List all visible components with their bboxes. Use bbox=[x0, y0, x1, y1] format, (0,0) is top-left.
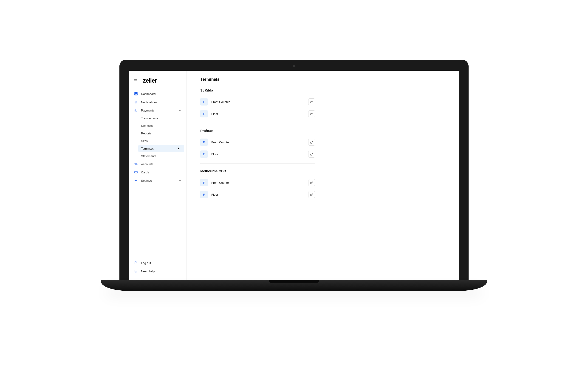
sidebar-item-payments[interactable]: Payments bbox=[131, 106, 184, 115]
terminal-badge: F bbox=[200, 110, 208, 117]
terminal-action-button[interactable] bbox=[308, 98, 315, 105]
bell-icon bbox=[134, 100, 138, 104]
terminal-section: St Kilda F Front Counter F Floor bbox=[200, 88, 315, 123]
terminal-badge: F bbox=[200, 191, 208, 198]
sidebar-item-settings[interactable]: Settings bbox=[131, 176, 184, 185]
app-window: zeller Dashboard Notifications bbox=[129, 71, 459, 280]
svg-rect-3 bbox=[136, 94, 137, 95]
chart-icon bbox=[134, 108, 138, 112]
chevron-down-icon bbox=[179, 180, 181, 181]
sidebar-item-label: Cards bbox=[141, 171, 149, 174]
share-icon bbox=[310, 112, 313, 115]
svg-rect-19 bbox=[311, 142, 312, 143]
terminal-badge: F bbox=[200, 150, 208, 158]
terminal-name: Front Counter bbox=[211, 141, 304, 144]
terminal-badge: F bbox=[200, 139, 208, 146]
share-icon bbox=[310, 193, 313, 196]
terminal-row[interactable]: F Front Counter bbox=[200, 136, 315, 148]
nav-main: Dashboard Notifications Payments bbox=[129, 90, 186, 259]
svg-point-30 bbox=[313, 182, 313, 183]
terminal-name: Floor bbox=[211, 112, 304, 116]
sidebar-item-label: Accounts bbox=[141, 162, 153, 166]
terminal-badge: F bbox=[200, 98, 208, 106]
svg-point-22 bbox=[313, 142, 313, 142]
cursor-icon bbox=[178, 147, 180, 150]
svg-point-18 bbox=[313, 113, 313, 114]
terminal-name: Front Counter bbox=[211, 100, 304, 104]
page-title: Terminals bbox=[200, 77, 445, 82]
subnav-deposits[interactable]: Deposits bbox=[138, 122, 184, 130]
subnav-transactions[interactable]: Transactions bbox=[138, 115, 184, 122]
svg-rect-11 bbox=[311, 102, 312, 103]
terminal-section: Prahran F Front Counter F Floor bbox=[200, 129, 315, 164]
terminal-row[interactable]: F Floor bbox=[200, 108, 315, 120]
help-icon bbox=[134, 269, 138, 273]
chevron-up-icon bbox=[179, 110, 181, 111]
terminal-name: Front Counter bbox=[211, 181, 304, 184]
dashboard-icon bbox=[134, 92, 138, 96]
laptop-base bbox=[101, 280, 487, 291]
svg-rect-1 bbox=[136, 92, 137, 94]
svg-point-26 bbox=[313, 154, 313, 154]
svg-rect-0 bbox=[135, 92, 136, 94]
terminal-action-button[interactable] bbox=[308, 151, 315, 158]
sidebar-item-label: Dashboard bbox=[141, 92, 156, 96]
sidebar-item-help[interactable]: Need help bbox=[131, 267, 184, 275]
terminal-action-button[interactable] bbox=[308, 191, 315, 198]
svg-rect-23 bbox=[311, 154, 312, 155]
logout-icon bbox=[134, 261, 138, 265]
laptop-mockup: zeller Dashboard Notifications bbox=[101, 60, 487, 307]
svg-rect-27 bbox=[311, 182, 312, 184]
svg-rect-2 bbox=[135, 94, 136, 95]
svg-rect-31 bbox=[311, 194, 312, 196]
sidebar-item-label: Notifications bbox=[141, 100, 157, 104]
subnav-sites[interactable]: Sites bbox=[138, 137, 184, 145]
terminal-section: Melbourne CBD F Front Counter F Floor bbox=[200, 169, 315, 204]
payments-subnav: Transactions Deposits Reports Sites Term… bbox=[131, 115, 184, 160]
terminal-badge: F bbox=[200, 179, 208, 186]
svg-rect-15 bbox=[311, 114, 312, 115]
terminal-action-button[interactable] bbox=[308, 179, 315, 186]
terminal-action-button[interactable] bbox=[308, 110, 315, 117]
terminal-row[interactable]: F Front Counter bbox=[200, 96, 315, 108]
section-title: Prahran bbox=[200, 129, 315, 133]
subnav-terminals[interactable]: Terminals bbox=[138, 145, 184, 152]
share-icon bbox=[310, 152, 313, 156]
sidebar-item-label: Payments bbox=[141, 109, 154, 112]
terminal-row[interactable]: F Floor bbox=[200, 148, 315, 160]
sidebar-item-accounts[interactable]: Accounts bbox=[131, 160, 184, 168]
terminal-row[interactable]: F Floor bbox=[200, 189, 315, 200]
sidebar-item-notifications[interactable]: Notifications bbox=[131, 98, 184, 106]
svg-point-9 bbox=[136, 180, 137, 181]
transfer-icon bbox=[134, 162, 138, 166]
share-icon bbox=[310, 181, 313, 184]
terminal-name: Floor bbox=[211, 193, 304, 196]
sidebar-header: zeller bbox=[129, 75, 186, 90]
share-icon bbox=[310, 100, 313, 103]
subnav-reports[interactable]: Reports bbox=[138, 130, 184, 137]
svg-point-34 bbox=[313, 194, 313, 194]
logo: zeller bbox=[143, 77, 157, 84]
menu-icon[interactable] bbox=[134, 79, 137, 82]
laptop-bezel: zeller Dashboard Notifications bbox=[120, 60, 468, 280]
subnav-label: Terminals bbox=[141, 147, 154, 150]
sidebar-item-logout[interactable]: Log out bbox=[131, 259, 184, 267]
card-icon bbox=[134, 170, 138, 174]
section-title: St Kilda bbox=[200, 88, 315, 92]
terminal-action-button[interactable] bbox=[308, 139, 315, 146]
terminal-row[interactable]: F Front Counter bbox=[200, 177, 315, 189]
sidebar-footer: Log out Need help bbox=[129, 259, 186, 275]
camera-icon bbox=[293, 65, 295, 67]
sidebar: zeller Dashboard Notifications bbox=[129, 71, 187, 280]
sidebar-item-dashboard[interactable]: Dashboard bbox=[131, 90, 184, 98]
svg-point-14 bbox=[313, 101, 313, 102]
svg-rect-7 bbox=[135, 171, 137, 173]
section-title: Melbourne CBD bbox=[200, 169, 315, 173]
sidebar-item-label: Need help bbox=[141, 269, 155, 273]
terminal-name: Floor bbox=[211, 152, 304, 156]
sidebar-item-cards[interactable]: Cards bbox=[131, 168, 184, 176]
subnav-statements[interactable]: Statements bbox=[138, 152, 184, 160]
laptop-notch bbox=[269, 280, 319, 283]
sidebar-item-label: Log out bbox=[141, 261, 151, 265]
share-icon bbox=[310, 141, 313, 144]
